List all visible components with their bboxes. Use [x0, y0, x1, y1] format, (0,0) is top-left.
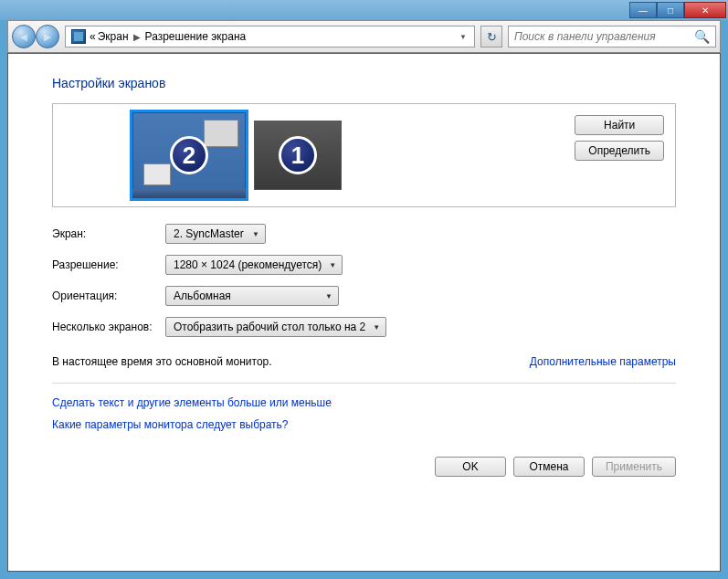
detect-button[interactable]: Определить: [575, 141, 664, 161]
apply-button[interactable]: Применить: [592, 457, 676, 477]
breadcrumb-item-resolution[interactable]: Разрешение экрана: [145, 30, 247, 43]
control-panel-icon: [71, 29, 86, 44]
settings-form: Экран: 2. SyncMaster ▼ Разрешение: 1280 …: [52, 224, 676, 337]
breadcrumb-item-display[interactable]: Экран: [98, 30, 129, 43]
monitor-2-taskbar-icon: [132, 189, 246, 198]
resolution-dropdown-value: 1280 × 1024 (рекомендуется): [174, 258, 322, 271]
chevron-right-icon: ▶: [131, 32, 143, 42]
address-dropdown-icon[interactable]: ▼: [454, 33, 472, 41]
monitor-1-number: 1: [279, 136, 317, 174]
search-icon[interactable]: 🔍: [694, 29, 710, 44]
row-display: Экран: 2. SyncMaster ▼: [52, 224, 676, 244]
monitor-2-window-decor-icon: [143, 163, 171, 185]
multiple-displays-label: Несколько экранов:: [52, 321, 165, 333]
action-buttons: OK Отмена Применить: [52, 457, 676, 477]
monitor-2-number: 2: [170, 136, 208, 174]
find-button[interactable]: Найти: [575, 115, 664, 135]
minimize-button[interactable]: —: [629, 2, 657, 18]
status-row: В настоящее время это основной монитор. …: [52, 355, 676, 384]
monitor-2[interactable]: 2: [130, 110, 248, 201]
window-controls: — □ ✕: [629, 2, 726, 18]
monitor-2-window-decor-icon: [204, 120, 238, 147]
multiple-displays-dropdown[interactable]: Отобразить рабочий стол только на 2 ▼: [165, 317, 386, 337]
monitor-side-buttons: Найти Определить: [575, 115, 664, 161]
multiple-displays-dropdown-value: Отобразить рабочий стол только на 2: [174, 321, 365, 333]
navigation-bar: ◄ ► « Экран ▶ Разрешение экрана ▼ ↻ 🔍: [7, 20, 721, 53]
back-button[interactable]: ◄: [12, 25, 36, 48]
orientation-label: Ориентация:: [52, 290, 165, 302]
row-orientation: Ориентация: Альбомная ▼: [52, 286, 676, 306]
refresh-button[interactable]: ↻: [480, 26, 502, 47]
address-bar[interactable]: « Экран ▶ Разрешение экрана ▼: [65, 26, 475, 47]
ok-button[interactable]: OK: [435, 457, 506, 477]
monitor-1[interactable]: 1: [254, 121, 342, 190]
maximize-button[interactable]: □: [657, 2, 684, 18]
help-links: Сделать текст и другие элементы больше и…: [52, 396, 676, 431]
cancel-button[interactable]: Отмена: [513, 457, 585, 477]
orientation-dropdown[interactable]: Альбомная ▼: [165, 286, 339, 306]
monitor-preview[interactable]: 2 1: [130, 110, 342, 201]
monitor-arrangement-box: 2 1 Найти Определить: [52, 103, 676, 207]
content-pane: Настройки экранов 2 1 Найти Определить Э…: [7, 53, 721, 572]
resolution-dropdown[interactable]: 1280 × 1024 (рекомендуется) ▼: [165, 255, 343, 275]
orientation-dropdown-value: Альбомная: [174, 290, 231, 302]
nav-arrows: ◄ ►: [12, 25, 59, 48]
resolution-label: Разрешение:: [52, 258, 165, 271]
text-size-link[interactable]: Сделать текст и другие элементы больше и…: [52, 396, 676, 409]
display-dropdown-value: 2. SyncMaster: [174, 227, 244, 240]
close-button[interactable]: ✕: [684, 2, 726, 18]
primary-monitor-status: В настоящее время это основной монитор.: [52, 355, 272, 368]
row-multiple-displays: Несколько экранов: Отобразить рабочий ст…: [52, 317, 676, 337]
row-resolution: Разрешение: 1280 × 1024 (рекомендуется) …: [52, 255, 676, 275]
chevron-down-icon: ▼: [252, 230, 259, 238]
search-input[interactable]: [514, 30, 694, 43]
chevron-down-icon: ▼: [373, 323, 380, 332]
search-field[interactable]: 🔍: [508, 26, 716, 47]
advanced-settings-link[interactable]: Дополнительные параметры: [530, 355, 676, 368]
page-title: Настройки экранов: [52, 76, 676, 90]
display-label: Экран:: [52, 227, 165, 240]
chevron-down-icon: ▼: [325, 292, 332, 300]
forward-button[interactable]: ►: [36, 25, 59, 48]
display-dropdown[interactable]: 2. SyncMaster ▼: [165, 224, 266, 244]
chevron-down-icon: ▼: [329, 261, 336, 269]
breadcrumb: « Экран ▶ Разрешение экрана: [90, 30, 246, 43]
window-titlebar: — □ ✕: [0, 0, 728, 20]
which-settings-link[interactable]: Какие параметры монитора следует выбрать…: [52, 418, 676, 431]
breadcrumb-back[interactable]: «: [90, 30, 96, 43]
